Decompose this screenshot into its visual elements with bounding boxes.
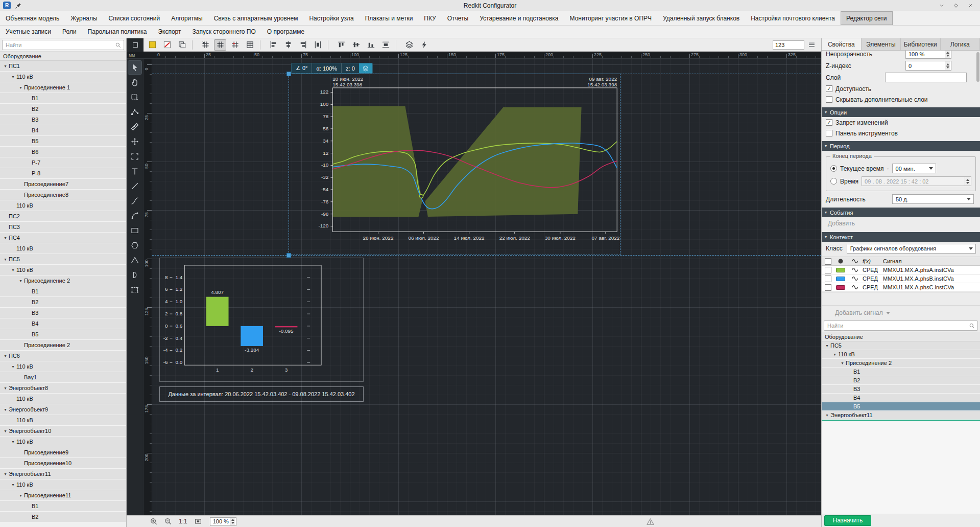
tree-item[interactable]: В5 [822,402,980,411]
move-tool[interactable] [128,135,141,148]
tree-item[interactable]: ▾Энергообъект9 [0,404,126,415]
toolbar-menu-icon[interactable] [806,39,817,51]
zindex-spinner[interactable]: 0 [905,61,951,71]
signal-checkbox[interactable] [825,284,831,291]
lock-changes-checkbox[interactable]: ✓ [826,119,832,126]
tree-item[interactable]: ▾110 кВ [0,265,126,276]
expander-icon[interactable]: ▾ [17,493,24,498]
expander-icon[interactable]: ▾ [2,236,9,240]
selection-handle-bottom-left[interactable] [286,253,291,258]
tree-item[interactable]: В1 [0,93,126,104]
expander-icon[interactable]: ▾ [2,407,9,412]
grid-settings-button[interactable] [244,39,256,51]
tab-Свойства[interactable]: Свойства [822,38,862,50]
assign-button[interactable]: Назначить [824,515,871,526]
tree-item[interactable]: 110 кВ [0,243,126,254]
bar-chart-widget[interactable]: 81.461.241.020.800.6-20.4-40.2-60.04.807… [159,258,364,382]
signal-line-style-icon[interactable] [847,284,863,291]
add-event-button[interactable]: Добавить [822,217,980,230]
menu-item[interactable]: Алгоритмы [165,11,208,25]
tab-Элементы[interactable]: Элементы [862,38,901,50]
signal-search[interactable] [824,320,978,331]
tree-item[interactable]: ▾110 кВ [822,350,980,359]
expander-icon[interactable]: ▾ [10,483,16,487]
distribute-h-button[interactable] [312,39,324,51]
expander-icon[interactable]: ▾ [831,352,838,357]
tree-item[interactable]: 110 кВ [0,394,126,404]
expander-icon[interactable]: ▾ [10,364,16,369]
measure-tool[interactable] [128,120,141,133]
tree-item[interactable]: В4 [0,318,126,329]
tree-item[interactable]: ПС2 [0,211,126,222]
menu-item[interactable]: Удаленный запуск бланков [657,11,745,25]
tree-item[interactable]: В2 [822,376,980,385]
menu-item[interactable]: Объектная модель [0,11,65,25]
tree-item[interactable]: ▾Присоединение11 [0,490,126,501]
menu-item[interactable]: Редактор сети [841,11,892,25]
signal-row[interactable]: СРЕДMMXU1.MX.A.phsB.instCVa [822,274,980,283]
current-time-dropdown[interactable]: 00 мин. [892,164,936,173]
toolbar-option-row[interactable]: Панель инструментов [822,128,980,139]
tree-item[interactable]: ▾Энергообъект11 [0,469,126,479]
tree-item[interactable]: Присоединение9 [0,447,126,458]
tree-item[interactable]: В3 [0,114,126,125]
tree-item[interactable]: В3 [822,385,980,394]
tree-item[interactable]: Присоединение10 [0,458,126,469]
tree-item[interactable]: В2 [0,297,126,308]
signal-color-swatch[interactable] [836,285,845,290]
tree-item[interactable]: Присоединение8 [0,190,126,200]
section-context[interactable]: ▾ Контекст [822,232,980,242]
tree-item[interactable]: ▾Энергообъект10 [0,426,126,437]
pan-tool[interactable] [128,76,141,89]
select-tool[interactable] [128,61,141,74]
tree-item[interactable]: Р-7 [0,157,126,168]
clone-button[interactable] [176,39,188,51]
snap-grid-button[interactable] [214,39,226,51]
segment-tool[interactable] [128,268,141,282]
signal-color-swatch[interactable] [836,277,845,281]
tree-item[interactable]: В4 [0,125,126,136]
tree-item[interactable]: ▾Присоединение 1 [0,82,126,93]
align-bottom-button[interactable] [365,39,377,51]
pin-icon[interactable] [15,2,22,9]
tree-item[interactable]: ▾ПС1 [0,61,126,72]
duration-dropdown[interactable]: 50 д. [892,194,974,204]
triangle-tool[interactable] [128,254,141,267]
tree-item[interactable]: 110 кВ [0,200,126,211]
expander-icon[interactable]: ▾ [2,472,9,476]
section-options[interactable]: ▾ Опции [822,107,980,117]
time-input[interactable]: 09 . 08 . 2022 15 : 42 : 02 [862,176,971,186]
time-radio[interactable] [830,178,837,185]
tree-item[interactable]: ▾110 кВ [0,361,126,372]
tree-item[interactable]: ▾Энергообъект11 [822,411,980,420]
layers-button[interactable] [403,39,415,51]
fill-color-button[interactable] [146,39,158,51]
menu-item[interactable]: Настройки узла [303,11,359,25]
maximize-button[interactable] [949,1,963,10]
signal-line-style-icon[interactable] [847,275,863,282]
menu-item[interactable]: Экспорт [152,26,186,38]
zoom-out-button[interactable] [162,516,174,526]
tree-item[interactable]: Р-8 [0,168,126,179]
tree-item[interactable]: ▾Энергообъект8 [0,383,126,394]
tree-item[interactable]: ПС3 [0,222,126,233]
select-all-checkbox[interactable] [825,258,831,265]
drawing-canvas[interactable]: ∠ 0° α: 100% z: 0 12210078563412-10-32-5… [152,59,821,515]
hide-layers-row[interactable]: Скрывать дополнительные слои [822,94,980,105]
menu-item[interactable]: О программе [261,26,310,38]
menu-item[interactable]: Списки состояний [103,11,166,25]
tree-item[interactable]: В4 [822,394,980,402]
zoom-level-spinner[interactable]: 100 % [210,517,236,526]
toolbar-value-input[interactable] [773,40,804,50]
tree-item[interactable]: 110 кВ [0,415,126,426]
line-tool[interactable] [128,179,141,193]
flash-button[interactable] [418,39,430,51]
connector-tool[interactable] [128,105,141,119]
curve-tool[interactable] [128,194,141,208]
expander-icon[interactable]: ▾ [824,413,830,418]
signal-checkbox[interactable] [825,276,831,282]
tree-item[interactable]: Присоединение7 [0,179,126,190]
tree-item[interactable]: ▾Присоединение 2 [0,276,126,286]
menu-item[interactable]: Мониторинг участия в ОПРЧ [564,11,658,25]
tree-item[interactable]: В1 [822,368,980,376]
